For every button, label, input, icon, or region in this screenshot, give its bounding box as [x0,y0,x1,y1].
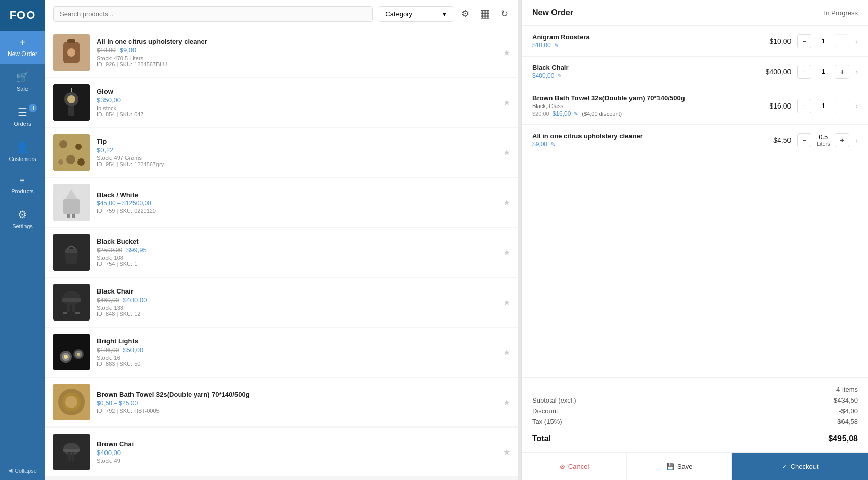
save-button[interactable]: 💾 Save [627,453,732,480]
list-item[interactable]: Black Chair $460,00 $400,00 Stock: 133 I… [45,278,518,327]
list-item[interactable]: Black Bucket $2500,00 $99,95 Stock: 108 … [45,228,518,277]
checkout-button[interactable]: ✓ Checkout [732,453,868,480]
chevron-right-icon[interactable]: › [855,37,858,45]
filter-icon[interactable]: ⚙ [459,6,471,21]
svg-point-38 [65,396,77,408]
list-item[interactable]: Tip $0,22 Stock: 497 Grams ID: 954 | SKU… [45,128,518,177]
list-item[interactable]: Bright Lights $136,00 $50,00 Stock: 16 I… [45,328,518,377]
star-icon[interactable]: ★ [503,98,510,108]
product-name: Bright Lights [97,337,510,345]
price-current: $50,00 [123,346,143,354]
list-item[interactable]: All in one citrus upholstery cleaner $10… [45,28,518,77]
qty-increase-button[interactable]: + [835,65,849,79]
svg-rect-23 [62,298,81,302]
qty-unit: Liters [816,141,831,147]
list-item[interactable]: Glow $350,00 In stock ID: 854 | SKU: 047… [45,78,518,127]
order-item-price: $10,00 [532,42,551,49]
star-icon[interactable]: ★ [503,48,510,58]
star-icon[interactable]: ★ [503,198,510,207]
barcode-icon[interactable]: ▦ [478,5,492,22]
product-info: All in one citrus upholstery cleaner $10… [97,38,510,67]
sidebar-item-customers-label: Customers [9,156,36,162]
svg-rect-42 [68,452,71,461]
svg-rect-41 [63,449,80,452]
discount-value: -$4,00 [839,407,858,415]
chevron-right-icon[interactable]: › [855,136,858,144]
product-thumbnail [53,84,90,121]
svg-rect-18 [72,214,75,218]
qty-increase-button[interactable] [835,99,849,113]
category-select[interactable]: Category ▾ [379,6,453,22]
edit-price-icon[interactable]: ✎ [557,73,562,79]
collapse-arrow-icon: ◀ [8,467,12,474]
qty-increase-button[interactable] [835,34,849,48]
plus-icon: + [19,37,25,48]
svg-point-33 [64,355,68,359]
order-item-price-row: $10,00 ✎ [532,42,749,49]
product-list: All in one citrus upholstery cleaner $10… [45,28,518,480]
product-stock: Stock: 49 [97,458,510,464]
price-current: $400,00 [123,296,147,304]
edit-price-icon[interactable]: ✎ [550,141,555,148]
star-icon[interactable]: ★ [503,248,510,257]
sidebar-item-sale[interactable]: 🛒 Sale [0,64,45,99]
product-price-row: $460,00 $400,00 [97,296,510,304]
list-item[interactable]: Brown Bath Towel 32s(Double yarn) 70*140… [45,378,518,426]
qty-decrease-button[interactable]: − [797,99,811,113]
product-meta: ID: 759 | SKU: 0220120 [97,208,510,214]
product-name: Black Bucket [97,237,510,245]
collapse-button[interactable]: ◀ Collapse [0,461,45,480]
product-stock: Stock: 108 [97,255,510,261]
product-stock: Stock: 133 [97,305,510,311]
cancel-button[interactable]: ⊗ Cancel [522,453,627,480]
qty-increase-button[interactable]: + [835,133,849,147]
order-item-info: Anigram Roostera $10,00 ✎ [532,33,749,49]
new-order-button[interactable]: + New Order [0,31,45,64]
orders-icon: ☰ [18,106,27,118]
edit-price-icon[interactable]: ✎ [554,42,559,49]
sidebar-item-customers[interactable]: 👤 Customers [0,134,45,169]
product-info: Black Chair $460,00 $400,00 Stock: 133 I… [97,287,510,317]
star-icon[interactable]: ★ [503,397,510,407]
edit-price-icon[interactable]: ✎ [574,111,578,117]
cancel-label: Cancel [568,463,589,470]
sidebar-item-orders-label: Orders [14,121,31,127]
sidebar-item-orders[interactable]: ☰ 3 Orders [0,99,45,134]
star-icon[interactable]: ★ [503,348,510,357]
qty-decrease-button[interactable]: − [797,34,811,48]
total-label: Total [532,434,551,443]
order-title: New Order [532,8,573,17]
save-icon: 💾 [666,463,674,470]
qty-decrease-button[interactable]: − [797,133,811,147]
price-current: $99,95 [126,246,147,254]
order-item-price-row: $9,00 ✎ [532,141,749,148]
chevron-right-icon[interactable]: › [855,102,858,110]
search-input[interactable] [53,6,373,22]
product-stock: Stock: 497 Grams [97,155,510,161]
product-price-row: $45,00 – $12500,00 [97,200,510,207]
order-header: New Order In Progress [522,0,868,26]
checkout-label: Checkout [791,463,819,470]
qty-value: 1 [816,37,831,45]
svg-point-14 [58,159,63,165]
sidebar-item-settings[interactable]: ⚙ Settings [0,201,45,236]
product-info: Glow $350,00 In stock ID: 854 | SKU: 047 [97,88,510,117]
tax-value: $64,58 [837,418,858,425]
refresh-icon[interactable]: ↻ [498,6,510,21]
order-item-orig-price: $20,00 [532,111,549,117]
chevron-right-icon[interactable]: › [855,68,858,76]
svg-rect-16 [63,199,80,214]
star-icon[interactable]: ★ [503,447,510,457]
sidebar-item-products[interactable]: ≡ Products [0,169,45,201]
list-item[interactable]: Black / White $45,00 – $12500,00 ID: 759… [45,178,518,227]
order-item-price-row: $20,00 $16,00 ✎ ($4,00 discount) [532,110,749,117]
order-item-name: Anigram Roostera [532,33,749,41]
qty-decrease-button[interactable]: − [797,65,811,79]
star-icon[interactable]: ★ [503,298,510,307]
star-icon[interactable]: ★ [503,148,510,157]
svg-point-3 [67,48,75,57]
order-actions: ⊗ Cancel 💾 Save ✓ Checkout [522,452,868,480]
price-original: $136,00 [97,346,119,354]
list-item[interactable]: Brown Chai $400,00 Stock: 49 ★ [45,428,518,476]
order-item-amount: $10,00 [755,37,791,45]
